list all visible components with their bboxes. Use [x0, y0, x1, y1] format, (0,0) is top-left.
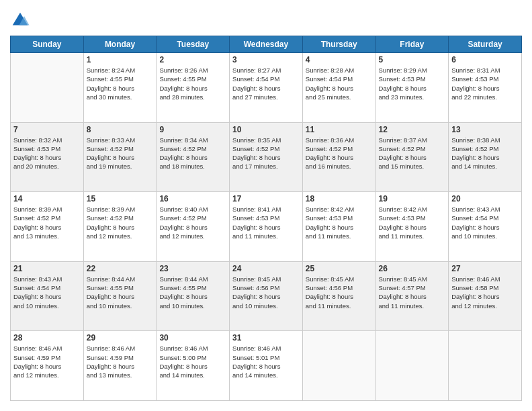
day-info: Sunrise: 8:46 AM Sunset: 4:59 PM Dayligh…: [87, 344, 154, 379]
day-info: Sunrise: 8:26 AM Sunset: 4:55 PM Dayligh…: [159, 66, 226, 101]
calendar-week-row: 14Sunrise: 8:39 AM Sunset: 4:52 PM Dayli…: [11, 192, 522, 262]
calendar-header-row: SundayMondayTuesdayWednesdayThursdayFrid…: [11, 36, 522, 53]
day-info: Sunrise: 8:42 AM Sunset: 4:53 PM Dayligh…: [379, 205, 446, 240]
day-info: Sunrise: 8:45 AM Sunset: 4:57 PM Dayligh…: [379, 275, 446, 310]
calendar-cell: 7Sunrise: 8:32 AM Sunset: 4:53 PM Daylig…: [11, 122, 84, 192]
day-info: Sunrise: 8:38 AM Sunset: 4:52 PM Dayligh…: [451, 136, 519, 171]
calendar-cell: 21Sunrise: 8:43 AM Sunset: 4:54 PM Dayli…: [11, 261, 84, 331]
day-info: Sunrise: 8:34 AM Sunset: 4:52 PM Dayligh…: [159, 136, 226, 171]
day-info: Sunrise: 8:39 AM Sunset: 4:52 PM Dayligh…: [87, 205, 154, 240]
day-number: 16: [159, 194, 226, 203]
day-number: 26: [379, 264, 446, 273]
weekday-header: Thursday: [302, 36, 375, 53]
calendar-cell: 18Sunrise: 8:42 AM Sunset: 4:53 PM Dayli…: [302, 192, 375, 262]
day-info: Sunrise: 8:29 AM Sunset: 4:53 PM Dayligh…: [379, 66, 446, 101]
logo: [10, 10, 33, 30]
day-info: Sunrise: 8:45 AM Sunset: 4:56 PM Dayligh…: [306, 275, 373, 310]
calendar-cell: 10Sunrise: 8:35 AM Sunset: 4:52 PM Dayli…: [230, 122, 303, 192]
day-number: 5: [379, 55, 446, 64]
calendar-cell: 2Sunrise: 8:26 AM Sunset: 4:55 PM Daylig…: [157, 53, 230, 123]
calendar-cell: [11, 53, 84, 123]
calendar-week-row: 28Sunrise: 8:46 AM Sunset: 4:59 PM Dayli…: [11, 331, 522, 401]
day-number: 13: [451, 125, 519, 134]
calendar-cell: 17Sunrise: 8:41 AM Sunset: 4:53 PM Dayli…: [230, 192, 303, 262]
calendar-cell: 20Sunrise: 8:43 AM Sunset: 4:54 PM Dayli…: [449, 192, 522, 262]
day-number: 30: [159, 333, 226, 342]
day-number: 28: [13, 333, 81, 342]
day-info: Sunrise: 8:39 AM Sunset: 4:52 PM Dayligh…: [13, 205, 81, 240]
header: [10, 10, 522, 30]
calendar-cell: 1Sunrise: 8:24 AM Sunset: 4:55 PM Daylig…: [83, 53, 157, 123]
day-info: Sunrise: 8:46 AM Sunset: 4:58 PM Dayligh…: [451, 275, 519, 310]
calendar-cell: [375, 331, 449, 401]
weekday-header: Friday: [375, 36, 449, 53]
day-number: 9: [159, 125, 226, 134]
calendar-cell: 3Sunrise: 8:27 AM Sunset: 4:54 PM Daylig…: [230, 53, 303, 123]
day-number: 14: [13, 194, 81, 203]
day-info: Sunrise: 8:46 AM Sunset: 5:00 PM Dayligh…: [159, 344, 226, 379]
calendar-week-row: 1Sunrise: 8:24 AM Sunset: 4:55 PM Daylig…: [11, 53, 522, 123]
calendar-week-row: 7Sunrise: 8:32 AM Sunset: 4:53 PM Daylig…: [11, 122, 522, 192]
page: SundayMondayTuesdayWednesdayThursdayFrid…: [0, 0, 532, 411]
calendar-cell: [449, 331, 522, 401]
day-info: Sunrise: 8:35 AM Sunset: 4:52 PM Dayligh…: [232, 136, 300, 171]
day-number: 29: [87, 333, 154, 342]
calendar-cell: 24Sunrise: 8:45 AM Sunset: 4:56 PM Dayli…: [230, 261, 303, 331]
day-number: 12: [379, 125, 446, 134]
day-info: Sunrise: 8:31 AM Sunset: 4:53 PM Dayligh…: [451, 66, 519, 101]
day-number: 15: [87, 194, 154, 203]
day-number: 3: [232, 55, 300, 64]
weekday-header: Monday: [83, 36, 157, 53]
day-info: Sunrise: 8:27 AM Sunset: 4:54 PM Dayligh…: [232, 66, 300, 101]
day-number: 22: [87, 264, 154, 273]
day-number: 25: [306, 264, 373, 273]
day-info: Sunrise: 8:32 AM Sunset: 4:53 PM Dayligh…: [13, 136, 81, 171]
calendar-cell: 27Sunrise: 8:46 AM Sunset: 4:58 PM Dayli…: [449, 261, 522, 331]
weekday-header: Sunday: [11, 36, 84, 53]
calendar-cell: [302, 331, 375, 401]
day-number: 6: [451, 55, 519, 64]
day-number: 7: [13, 125, 81, 134]
day-number: 1: [87, 55, 154, 64]
calendar-cell: 23Sunrise: 8:44 AM Sunset: 4:55 PM Dayli…: [157, 261, 230, 331]
calendar-cell: 25Sunrise: 8:45 AM Sunset: 4:56 PM Dayli…: [302, 261, 375, 331]
day-number: 23: [159, 264, 226, 273]
calendar-cell: 16Sunrise: 8:40 AM Sunset: 4:52 PM Dayli…: [157, 192, 230, 262]
day-number: 24: [232, 264, 300, 273]
calendar-cell: 19Sunrise: 8:42 AM Sunset: 4:53 PM Dayli…: [375, 192, 449, 262]
calendar-cell: 5Sunrise: 8:29 AM Sunset: 4:53 PM Daylig…: [375, 53, 449, 123]
day-info: Sunrise: 8:45 AM Sunset: 4:56 PM Dayligh…: [232, 275, 300, 310]
day-info: Sunrise: 8:24 AM Sunset: 4:55 PM Dayligh…: [87, 66, 154, 101]
day-info: Sunrise: 8:33 AM Sunset: 4:52 PM Dayligh…: [87, 136, 154, 171]
calendar-cell: 22Sunrise: 8:44 AM Sunset: 4:55 PM Dayli…: [83, 261, 157, 331]
calendar-cell: 28Sunrise: 8:46 AM Sunset: 4:59 PM Dayli…: [11, 331, 84, 401]
day-number: 17: [232, 194, 300, 203]
calendar-cell: 13Sunrise: 8:38 AM Sunset: 4:52 PM Dayli…: [449, 122, 522, 192]
day-number: 2: [159, 55, 226, 64]
logo-icon: [10, 10, 30, 30]
calendar-cell: 30Sunrise: 8:46 AM Sunset: 5:00 PM Dayli…: [157, 331, 230, 401]
weekday-header: Tuesday: [157, 36, 230, 53]
day-info: Sunrise: 8:41 AM Sunset: 4:53 PM Dayligh…: [232, 205, 300, 240]
day-info: Sunrise: 8:43 AM Sunset: 4:54 PM Dayligh…: [451, 205, 519, 240]
day-info: Sunrise: 8:44 AM Sunset: 4:55 PM Dayligh…: [159, 275, 226, 310]
calendar-cell: 31Sunrise: 8:46 AM Sunset: 5:01 PM Dayli…: [230, 331, 303, 401]
calendar-cell: 26Sunrise: 8:45 AM Sunset: 4:57 PM Dayli…: [375, 261, 449, 331]
day-number: 18: [306, 194, 373, 203]
weekday-header: Wednesday: [230, 36, 303, 53]
day-number: 10: [232, 125, 300, 134]
day-info: Sunrise: 8:42 AM Sunset: 4:53 PM Dayligh…: [306, 205, 373, 240]
day-info: Sunrise: 8:43 AM Sunset: 4:54 PM Dayligh…: [13, 275, 81, 310]
calendar-cell: 4Sunrise: 8:28 AM Sunset: 4:54 PM Daylig…: [302, 53, 375, 123]
day-number: 20: [451, 194, 519, 203]
day-number: 11: [306, 125, 373, 134]
calendar-cell: 15Sunrise: 8:39 AM Sunset: 4:52 PM Dayli…: [83, 192, 157, 262]
calendar-cell: 8Sunrise: 8:33 AM Sunset: 4:52 PM Daylig…: [83, 122, 157, 192]
weekday-header: Saturday: [449, 36, 522, 53]
day-info: Sunrise: 8:46 AM Sunset: 4:59 PM Dayligh…: [13, 344, 81, 379]
day-info: Sunrise: 8:28 AM Sunset: 4:54 PM Dayligh…: [306, 66, 373, 101]
day-number: 27: [451, 264, 519, 273]
day-number: 8: [87, 125, 154, 134]
calendar-cell: 12Sunrise: 8:37 AM Sunset: 4:52 PM Dayli…: [375, 122, 449, 192]
calendar-cell: 29Sunrise: 8:46 AM Sunset: 4:59 PM Dayli…: [83, 331, 157, 401]
